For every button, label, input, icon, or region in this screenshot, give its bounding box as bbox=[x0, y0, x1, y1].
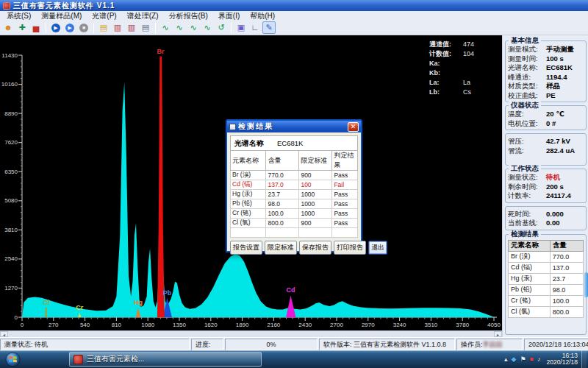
dialog-column-header: 判定结果 bbox=[332, 151, 358, 171]
scroll-right-icon[interactable]: ▸ bbox=[494, 331, 502, 337]
svg-text:7620: 7620 bbox=[4, 139, 18, 146]
user-button[interactable]: ☻ bbox=[1, 21, 15, 34]
peak-label-Cl: Cl bbox=[43, 299, 49, 306]
svg-text:2970: 2970 bbox=[362, 322, 375, 328]
限定标准-button[interactable]: 限定标准 bbox=[265, 241, 297, 255]
menu-item-1[interactable]: 系统(S) bbox=[1, 11, 36, 21]
group-box: 管压:42.7 kV管流:282.4 uA bbox=[505, 133, 587, 166]
dialog-result-row[interactable]: Cr (铬)100.01000Pass bbox=[231, 209, 358, 219]
svg-text:6350: 6350 bbox=[4, 169, 18, 175]
保存报告-button[interactable]: 保存报告 bbox=[299, 241, 331, 255]
menu-item-7[interactable]: 帮助(H) bbox=[245, 11, 280, 21]
qualitative-analysis-button[interactable]: ∿ bbox=[159, 21, 172, 34]
menu-item-2[interactable]: 测量样品(M) bbox=[36, 11, 87, 21]
scroll-track[interactable] bbox=[8, 331, 494, 337]
energy-calibration-button[interactable]: ∿ bbox=[201, 21, 214, 34]
taskbar-clock[interactable]: 16:13 2020/12/18 bbox=[546, 353, 578, 367]
refresh-spectrum-button[interactable]: ↺ bbox=[215, 21, 228, 34]
toolbar-separator bbox=[93, 23, 94, 33]
peak-search-button[interactable]: ∿ bbox=[187, 21, 200, 34]
svg-text:3510: 3510 bbox=[425, 322, 438, 328]
info-value: 待机 bbox=[546, 173, 560, 183]
start-measure-icon: ▶ bbox=[51, 24, 60, 32]
title-bar[interactable]: 三值有害元素检测软件 V1.1 bbox=[0, 0, 588, 11]
info-row: 剩余时间:200 s bbox=[508, 183, 584, 192]
退出-button[interactable]: 退出 bbox=[368, 241, 387, 255]
menu-item-6[interactable]: 界面(I) bbox=[213, 11, 245, 21]
menu-item-4[interactable]: 谱处理(Z) bbox=[122, 11, 164, 21]
compare-spectra-icon: ▣ bbox=[237, 24, 245, 32]
panel-scrollbar-thumb[interactable] bbox=[584, 272, 588, 297]
color-settings-button[interactable]: ✎ bbox=[262, 21, 276, 34]
stop-measure-button[interactable]: ■ bbox=[77, 21, 90, 34]
info-value: EC681K bbox=[546, 63, 573, 73]
open-spectrum-button[interactable]: ▤ bbox=[97, 21, 110, 34]
info-label: 光谱名称: bbox=[508, 63, 546, 73]
svg-text:3810: 3810 bbox=[4, 227, 18, 233]
document-button[interactable]: ▤ bbox=[139, 21, 152, 34]
info-value: 1194.4 bbox=[546, 73, 567, 82]
readout-label: Kb: bbox=[429, 68, 463, 78]
dialog-title-bar[interactable]: 检测结果 ✕ bbox=[227, 121, 361, 132]
open-spectrum-icon: ▤ bbox=[100, 24, 107, 32]
svg-text:2430: 2430 bbox=[298, 322, 312, 328]
readout-row: Ka: bbox=[429, 59, 474, 68]
sample-stage-button[interactable]: ✚ bbox=[15, 21, 29, 34]
dialog-result-row[interactable]: Br (溴)770.0900Pass bbox=[231, 171, 358, 180]
report-print-icon: ▥ bbox=[128, 24, 135, 32]
readout-row: 计数值:104 bbox=[429, 49, 474, 59]
security-icon[interactable]: ■ bbox=[530, 356, 534, 363]
stop-measure-icon: ■ bbox=[79, 24, 88, 32]
status-datetime: 2020/12/18 16:13:04 bbox=[524, 339, 588, 350]
report-print-button[interactable]: ▥ bbox=[125, 21, 138, 34]
readout-row: 通道值:474 bbox=[429, 40, 474, 49]
info-value: 282.4 uA bbox=[546, 146, 575, 156]
info-row: 温度:20 ℃ bbox=[508, 110, 584, 119]
peak-label-Cd: Cd bbox=[287, 286, 295, 294]
update-icon[interactable]: ◆ bbox=[512, 356, 517, 363]
show-desktop-button[interactable] bbox=[581, 350, 587, 368]
continue-measure-button[interactable]: ▶ bbox=[63, 21, 76, 34]
dialog-result-row[interactable]: Cl (氯)800.0900Pass bbox=[231, 219, 358, 228]
info-label: 管流: bbox=[508, 146, 546, 156]
info-row: 死时间:0.000 bbox=[508, 210, 584, 219]
toolbar-separator bbox=[46, 23, 46, 33]
report-view-icon: ▥ bbox=[114, 24, 121, 32]
svg-text:8890: 8890 bbox=[4, 110, 18, 117]
readout-value: La bbox=[463, 78, 470, 88]
info-panel: 基本信息测量模式:手动测量测量时间:100 s光谱名称:EC681K峰通道:11… bbox=[502, 35, 588, 337]
hidden-icons-icon[interactable]: ▴ bbox=[504, 356, 508, 363]
results-row: Br (溴)770.0 bbox=[509, 251, 584, 262]
info-row: 校正曲线:PE bbox=[508, 91, 584, 101]
close-icon[interactable]: ✕ bbox=[348, 122, 359, 132]
start-measure-button[interactable]: ▶ bbox=[49, 21, 62, 34]
flag-icon[interactable]: ⚑ bbox=[520, 356, 526, 363]
info-value: 手动测量 bbox=[546, 45, 574, 54]
info-value: 0 # bbox=[546, 119, 556, 129]
start-button[interactable] bbox=[5, 352, 21, 367]
results-group-title: 检测结果 bbox=[509, 230, 541, 238]
menu-item-3[interactable]: 光谱(P) bbox=[87, 11, 121, 21]
info-label: 峰通道: bbox=[508, 73, 546, 82]
scroll-left-icon[interactable]: ◂ bbox=[0, 331, 8, 337]
dialog-result-row[interactable]: Hg (汞)23.71000Pass bbox=[231, 190, 358, 199]
info-row: 当前基线:0.00 bbox=[508, 219, 584, 228]
quantitative-analysis-button[interactable]: ∿ bbox=[173, 21, 186, 34]
volume-icon[interactable]: ♪ bbox=[537, 356, 541, 363]
打印报告-button[interactable]: 打印报告 bbox=[334, 241, 366, 255]
quantitative-analysis-icon: ∿ bbox=[176, 24, 182, 32]
menu-item-5[interactable]: 分析报告(B) bbox=[163, 11, 212, 21]
svg-text:270: 270 bbox=[49, 322, 59, 328]
results-row: Pb (铅)98.0 bbox=[509, 284, 584, 295]
compare-spectra-button[interactable]: ▣ bbox=[234, 21, 248, 34]
报告设置-button[interactable]: 报告设置 bbox=[230, 241, 262, 255]
taskbar-app-button[interactable]: 三值有害元素检... bbox=[69, 352, 262, 367]
dialog-result-row[interactable]: Pb (铅)98.01000Pass bbox=[231, 199, 358, 209]
calibration-curve-button[interactable]: ∟ bbox=[248, 21, 262, 34]
spectrum-view-button[interactable]: ▅ bbox=[29, 21, 43, 34]
info-row: 测量时间:100 s bbox=[508, 54, 584, 64]
report-view-button[interactable]: ▥ bbox=[111, 21, 124, 34]
dialog-result-row[interactable]: Cd (镉)137.0100Fail bbox=[231, 180, 358, 190]
status-progress-label: 进度: bbox=[191, 339, 223, 350]
svg-text:2160: 2160 bbox=[268, 322, 281, 328]
